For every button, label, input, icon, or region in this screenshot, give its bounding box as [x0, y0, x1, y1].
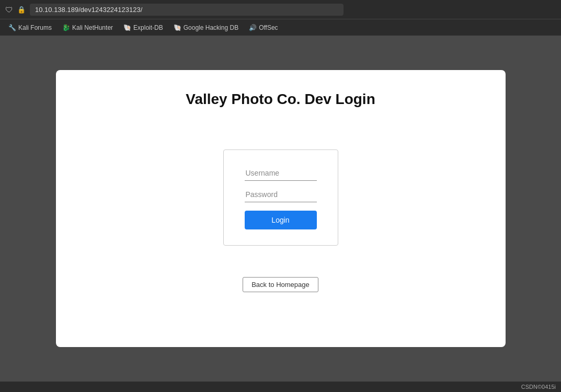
shield-icon: 🛡 [5, 5, 13, 14]
page-content: Valley Photo Co. Dev Login Login Back to… [0, 36, 561, 382]
bookmark-kali-forums[interactable]: 🔧 Kali Forums [4, 22, 56, 33]
url-bar[interactable]: 10.10.138.189/dev1243224123123/ [30, 4, 344, 16]
username-input[interactable] [245, 166, 317, 181]
password-input[interactable] [245, 187, 317, 202]
back-to-homepage-button[interactable]: Back to Homepage [243, 277, 318, 292]
bookmark-exploit-db[interactable]: 🐚 Exploit-DB [119, 22, 167, 33]
bookmarks-bar: 🔧 Kali Forums 🐉 Kali NetHunter 🐚 Exploit… [0, 19, 561, 36]
bookmark-offsec[interactable]: 🔊 OffSec [245, 22, 282, 33]
bookmark-kali-nethunter[interactable]: 🐉 Kali NetHunter [58, 22, 117, 33]
browser-address-bar: 🛡 🔒 10.10.138.189/dev1243224123123/ [0, 0, 561, 19]
login-card: Valley Photo Co. Dev Login Login Back to… [56, 70, 506, 347]
login-button[interactable]: Login [245, 211, 317, 229]
lock-icon: 🔒 [17, 6, 26, 14]
url-text: 10.10.138.189/dev1243224123123/ [35, 6, 142, 14]
google-hacking-icon: 🐚 [174, 24, 181, 31]
bookmark-google-hacking-db[interactable]: 🐚 Google Hacking DB [169, 22, 243, 33]
bottom-bar: CSDN©0415i [0, 382, 561, 392]
kali-nethunter-icon: 🐉 [62, 24, 70, 31]
page-title: Valley Photo Co. Dev Login [186, 91, 375, 108]
offsec-icon: 🔊 [249, 24, 257, 31]
kali-forums-icon: 🔧 [8, 24, 16, 31]
footer-text: CSDN©0415i [521, 384, 556, 390]
login-form: Login [223, 149, 338, 246]
exploit-db-icon: 🐚 [123, 24, 131, 31]
